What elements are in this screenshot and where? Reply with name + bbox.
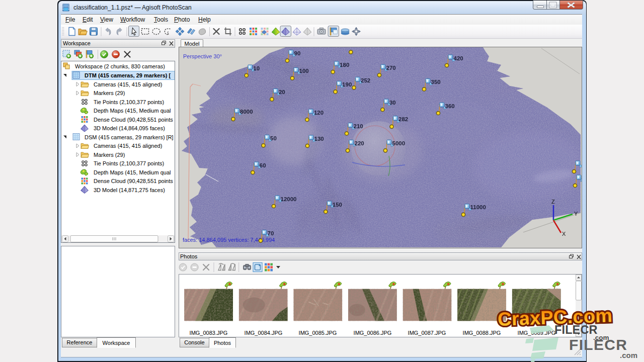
svg-text:Y: Y xyxy=(574,211,578,217)
svg-text:360: 360 xyxy=(445,103,455,109)
svg-text:252: 252 xyxy=(361,77,370,83)
svg-text:282: 282 xyxy=(398,116,408,122)
svg-text:Tie Points (2,100,377 points): Tie Points (2,100,377 points) xyxy=(94,99,164,105)
svg-text:270: 270 xyxy=(386,65,396,71)
svg-text:CraxPC.com: CraxPC.com xyxy=(497,305,612,330)
svg-text:120: 120 xyxy=(314,110,324,116)
svg-text:60: 60 xyxy=(260,162,266,168)
svg-text:Dense Cloud (90,428,551 points: Dense Cloud (90,428,551 points xyxy=(94,117,173,123)
svg-text:Tie Points (2,100,377 points): Tie Points (2,100,377 points) xyxy=(94,160,164,166)
svg-text:3D Model (14,864,095 faces): 3D Model (14,864,095 faces) xyxy=(94,125,165,131)
svg-text:130: 130 xyxy=(314,136,324,142)
svg-text:Z: Z xyxy=(551,199,555,205)
svg-text:X: X xyxy=(562,231,566,237)
svg-text:Workspace (2 chunks, 830 camer: Workspace (2 chunks, 830 cameras) xyxy=(75,63,165,69)
svg-text:220: 220 xyxy=(355,140,364,146)
svg-text:8000: 8000 xyxy=(240,109,253,115)
svg-text:Perspective 30°: Perspective 30° xyxy=(183,53,222,59)
svg-text:Markers (29): Markers (29) xyxy=(94,90,125,96)
svg-text:190: 190 xyxy=(342,81,352,87)
svg-text:210: 210 xyxy=(354,123,363,129)
svg-text:FILECR: FILECR xyxy=(569,336,627,353)
svg-text:11000: 11000 xyxy=(470,204,486,210)
svg-text:Cameras (415, 415 aligned): Cameras (415, 415 aligned) xyxy=(94,81,162,87)
svg-text:50: 50 xyxy=(270,135,277,141)
svg-text:DTM (415 cameras, 29 markers): DTM (415 cameras, 29 markers) [ xyxy=(85,72,171,78)
svg-text:90: 90 xyxy=(294,50,301,56)
svg-text:Depth Maps (415, Medium qual: Depth Maps (415, Medium qual xyxy=(94,169,171,175)
svg-text:30: 30 xyxy=(389,100,396,106)
svg-text:350: 350 xyxy=(431,79,441,85)
svg-text:150: 150 xyxy=(333,202,342,208)
svg-text:3D Model (14,871,275 faces): 3D Model (14,871,275 faces) xyxy=(94,187,165,193)
svg-text:Markers (29): Markers (29) xyxy=(94,152,125,158)
svg-text:70: 70 xyxy=(268,230,274,236)
svg-text:Cameras (415, 415 aligned): Cameras (415, 415 aligned) xyxy=(94,143,162,149)
svg-text:12000: 12000 xyxy=(281,196,297,202)
svg-text:10: 10 xyxy=(253,65,260,71)
svg-text:180: 180 xyxy=(340,62,349,68)
svg-text:DSM (415 cameras, 29 markers): DSM (415 cameras, 29 markers) [R] xyxy=(85,134,174,140)
svg-text:20: 20 xyxy=(279,89,285,95)
svg-text:Depth Maps (415, Medium qual: Depth Maps (415, Medium qual xyxy=(94,108,171,114)
svg-text:5000: 5000 xyxy=(392,140,406,146)
svg-text:Dense Cloud (90,428,551 points: Dense Cloud (90,428,551 points xyxy=(94,178,173,184)
svg-text:420: 420 xyxy=(454,55,463,61)
svg-text:100: 100 xyxy=(299,68,309,74)
svg-text:.com: .com xyxy=(620,351,637,359)
